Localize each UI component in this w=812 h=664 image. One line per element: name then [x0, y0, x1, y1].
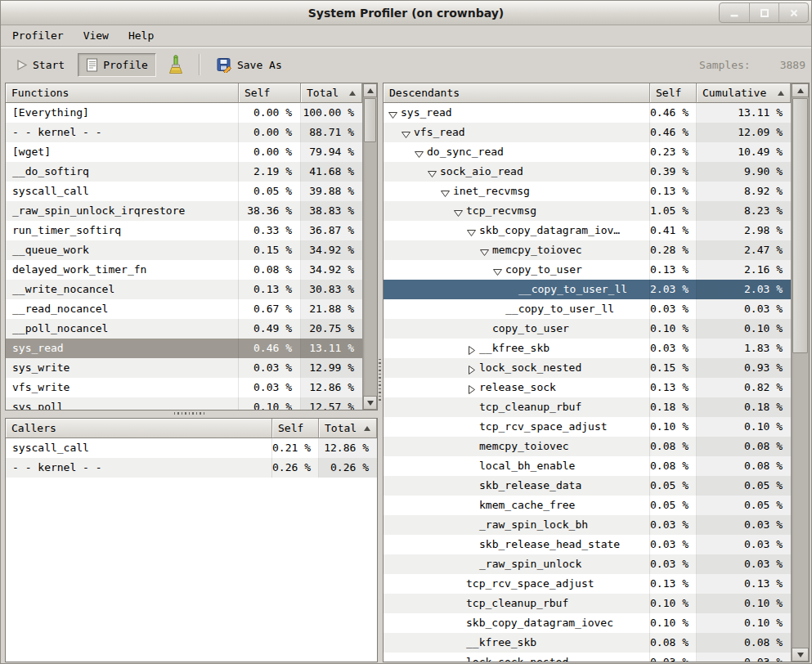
tree-row[interactable]: vfs_read0.46 %12.09 % — [384, 123, 791, 142]
scrollbar-thumb[interactable] — [792, 98, 808, 353]
expander-closed-icon[interactable] — [466, 343, 477, 353]
tree-row[interactable]: skb_release_head_state0.03 %0.03 % — [384, 535, 791, 554]
functions-total-column-header[interactable]: Total — [301, 83, 362, 103]
tree-row[interactable]: _raw_spin_lock_bh0.03 %0.03 % — [384, 515, 791, 535]
expander-closed-icon[interactable] — [466, 362, 477, 373]
table-row[interactable]: __do_softirq2.19 %41.68 % — [6, 162, 362, 182]
save-as-button[interactable]: Save As — [209, 52, 290, 78]
tree-row[interactable]: copy_to_user0.13 %2.16 % — [384, 260, 791, 280]
tree-row[interactable]: memcpy_toiovec0.08 %0.08 % — [384, 437, 791, 456]
descendants-column-header[interactable]: Descendants — [384, 83, 650, 103]
expander-open-icon[interactable] — [466, 225, 477, 236]
tree-row[interactable]: inet_recvmsg0.13 %8.92 % — [384, 182, 791, 201]
menu-help[interactable]: Help — [123, 28, 159, 43]
window-title: System Profiler (on crownbay) — [1, 1, 811, 25]
callers-self-column-header[interactable]: Self — [272, 419, 319, 438]
table-row[interactable]: delayed_work_timer_fn0.08 %34.92 % — [6, 260, 362, 280]
tree-row[interactable]: copy_to_user0.10 %0.10 % — [384, 319, 791, 339]
functions-self-column-header[interactable]: Self — [239, 83, 301, 103]
self-value-cell: 1.05 % — [650, 201, 697, 221]
tree-row[interactable]: sock_aio_read0.39 %9.90 % — [384, 162, 791, 182]
descendant-name-cell: __copy_to_user_ll — [384, 280, 650, 299]
expander-open-icon[interactable] — [479, 245, 490, 255]
table-row[interactable]: - - kernel - -0.26 %0.26 % — [6, 458, 377, 478]
callers-total-column-header[interactable]: Total — [319, 419, 377, 438]
tree-row[interactable]: do_sync_read0.23 %10.49 % — [384, 142, 791, 162]
table-row[interactable]: __poll_nocancel0.49 %20.75 % — [6, 319, 362, 339]
table-row[interactable]: [Everything]0.00 %100.00 % — [6, 103, 362, 123]
scroll-down-button[interactable] — [363, 396, 377, 410]
tree-row[interactable]: tcp_rcv_space_adjust0.10 %0.10 % — [384, 417, 791, 437]
table-row[interactable]: _raw_spin_unlock_irqrestore38.36 %38.83 … — [6, 201, 362, 221]
table-row[interactable]: syscall_call0.05 %39.88 % — [6, 182, 362, 201]
tree-row[interactable]: skb_copy_datagram_iov…0.41 %2.98 % — [384, 221, 791, 240]
table-row[interactable]: __write_nocancel0.13 %30.83 % — [6, 280, 362, 299]
close-button[interactable] — [778, 3, 808, 22]
menu-view[interactable]: View — [79, 28, 114, 43]
descendant-name-cell: tcp_cleanup_rbuf — [384, 397, 650, 417]
tree-row[interactable]: lock_sock_nested0.15 %0.93 % — [384, 358, 791, 378]
minimize-button[interactable] — [720, 3, 749, 22]
horizontal-splitter-grip[interactable] — [174, 412, 207, 415]
tree-row[interactable]: skb_copy_datagram_iovec0.10 %0.10 % — [384, 613, 791, 633]
function-name-cell: _raw_spin_unlock_irqrestore — [6, 201, 239, 221]
tree-row[interactable]: tcp_cleanup_rbuf0.18 %0.18 % — [384, 397, 791, 417]
descendant-name-cell: tcp_cleanup_rbuf — [384, 594, 650, 613]
titlebar[interactable]: System Profiler (on crownbay) — [1, 1, 811, 25]
table-row[interactable]: vfs_write0.03 %12.86 % — [6, 378, 362, 397]
functions-scrollbar[interactable] — [362, 83, 377, 410]
tree-row[interactable]: __copy_to_user_ll0.03 %0.03 % — [384, 299, 791, 319]
table-row[interactable]: sys_write0.03 %12.99 % — [6, 358, 362, 378]
tree-row[interactable]: tcp_cleanup_rbuf0.10 %0.10 % — [384, 594, 791, 613]
tree-row[interactable]: local_bh_enable0.08 %0.08 % — [384, 456, 791, 476]
expander-open-icon[interactable] — [453, 205, 464, 216]
profile-toggle-button[interactable]: Profile — [78, 53, 156, 77]
table-row[interactable]: sys_poll0.10 %12.57 % — [6, 397, 362, 410]
vertical-splitter-grip[interactable] — [379, 359, 381, 403]
tree-row[interactable]: lock_sock_nested0.03 %0.03 % — [384, 653, 791, 662]
expander-open-icon[interactable] — [440, 186, 451, 196]
scroll-up-button[interactable] — [363, 83, 377, 97]
functions-column-header[interactable]: Functions — [6, 83, 239, 103]
start-button[interactable]: Start — [7, 54, 73, 76]
self-value-cell: 0.49 % — [239, 319, 301, 339]
tree-row[interactable]: __kfree_skb0.08 %0.08 % — [384, 633, 791, 653]
table-row[interactable]: syscall_call0.21 %12.86 % — [6, 438, 377, 458]
expander-open-icon[interactable] — [492, 264, 503, 275]
reset-brush-button[interactable] — [161, 52, 191, 78]
tree-row[interactable]: tcp_recvmsg1.05 %8.23 % — [384, 201, 791, 221]
expander-open-icon[interactable] — [414, 146, 424, 157]
descendants-cumulative-column-header[interactable]: Cumulative — [697, 83, 791, 103]
tree-row[interactable]: __copy_to_user_ll2.03 %2.03 % — [384, 280, 791, 299]
total-value-cell: 38.83 % — [301, 201, 362, 221]
table-row[interactable]: run_timer_softirq0.33 %36.87 % — [6, 221, 362, 240]
tree-row[interactable]: sys_read0.46 %13.11 % — [384, 103, 791, 123]
tree-row[interactable]: kmem_cache_free0.05 %0.05 % — [384, 496, 791, 515]
menu-profiler[interactable]: Profiler — [7, 28, 69, 43]
tree-row[interactable]: _raw_spin_unlock0.03 %0.03 % — [384, 554, 791, 574]
tree-row[interactable]: tcp_rcv_space_adjust0.13 %0.13 % — [384, 574, 791, 594]
scroll-down-button[interactable] — [792, 648, 809, 662]
maximize-button[interactable] — [749, 3, 778, 22]
tree-row[interactable]: skb_release_data0.05 %0.05 % — [384, 476, 791, 496]
callers-column-header[interactable]: Callers — [6, 419, 272, 438]
scroll-up-button[interactable] — [792, 83, 809, 97]
descendants-self-column-header[interactable]: Self — [650, 83, 697, 103]
descendants-scrollbar[interactable] — [791, 83, 809, 662]
expander-open-icon[interactable] — [388, 107, 398, 118]
table-row[interactable]: __queue_work0.15 %34.92 % — [6, 240, 362, 260]
descendant-name-cell: sock_aio_read — [384, 162, 650, 182]
self-value-cell: 0.05 % — [239, 182, 301, 201]
expander-closed-icon[interactable] — [466, 382, 477, 393]
table-row[interactable]: sys_read0.46 %13.11 % — [6, 339, 362, 358]
expander-open-icon[interactable] — [401, 127, 411, 137]
table-row[interactable]: - - kernel - -0.00 %88.71 % — [6, 123, 362, 142]
table-row[interactable]: __read_nocancel0.67 %21.88 % — [6, 299, 362, 319]
expander-open-icon[interactable] — [427, 166, 437, 177]
cumulative-value-cell: 0.18 % — [697, 397, 791, 417]
scrollbar-thumb[interactable] — [364, 98, 376, 142]
tree-row[interactable]: __kfree_skb0.03 %1.83 % — [384, 339, 791, 358]
tree-row[interactable]: release_sock0.13 %0.82 % — [384, 378, 791, 397]
table-row[interactable]: [wget]0.00 %79.94 % — [6, 142, 362, 162]
tree-row[interactable]: memcpy_toiovec0.28 %2.47 % — [384, 240, 791, 260]
